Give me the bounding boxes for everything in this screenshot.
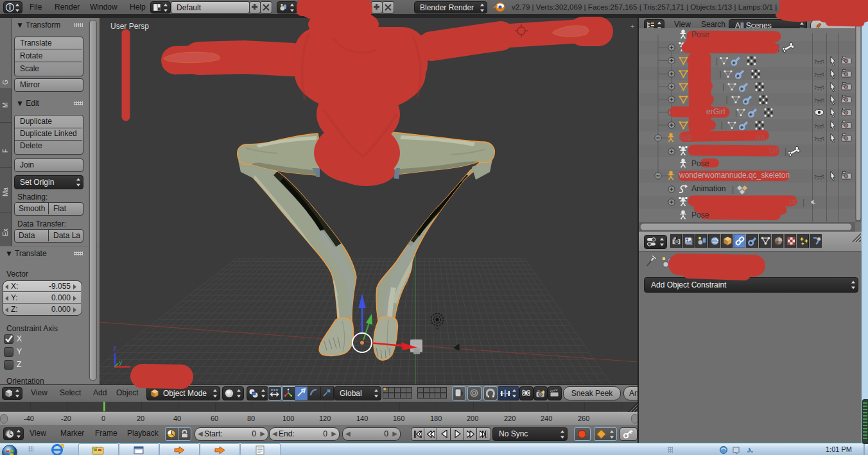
svg-text:|: | — [716, 56, 718, 65]
svg-text:|: | — [721, 121, 723, 130]
svg-text:|: | — [722, 82, 724, 91]
svg-text:|: | — [719, 69, 721, 78]
svg-text:y: y — [119, 358, 123, 366]
svg-text:z: z — [113, 344, 117, 352]
svg-text:|: | — [777, 43, 779, 52]
svg-text:|: | — [735, 108, 737, 117]
svg-text:|: | — [803, 198, 804, 207]
svg-text:|: | — [726, 95, 728, 104]
svg-text:|: | — [785, 147, 786, 156]
svg-text:|: | — [732, 185, 734, 194]
